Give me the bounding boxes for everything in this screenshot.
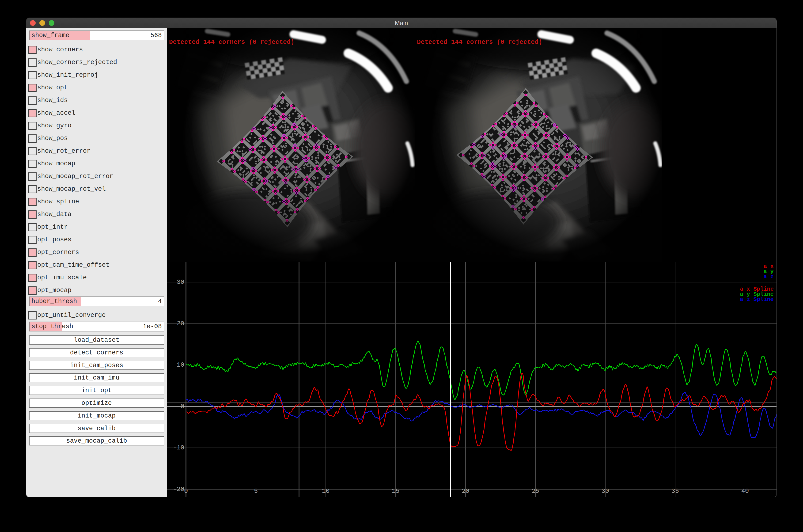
svg-text:35: 35: [671, 488, 679, 495]
svg-text:30: 30: [177, 279, 184, 286]
svg-text:0: 0: [184, 488, 188, 495]
svg-text:15: 15: [392, 488, 399, 495]
svg-text:10: 10: [322, 488, 329, 495]
svg-text:20: 20: [177, 320, 184, 327]
svg-text:Detected 144 corners (0 reject: Detected 144 corners (0 rejected): [169, 39, 294, 46]
svg-text:40: 40: [741, 488, 749, 495]
svg-text:-20: -20: [173, 486, 184, 493]
svg-text:30: 30: [601, 488, 609, 495]
svg-text:25: 25: [532, 488, 539, 495]
svg-text:5: 5: [254, 488, 258, 495]
svg-text:a z: a z: [764, 273, 774, 280]
svg-text:10: 10: [177, 361, 184, 368]
svg-text:-10: -10: [173, 444, 184, 451]
svg-text:20: 20: [462, 488, 469, 495]
svg-text:a z Spline: a z Spline: [740, 296, 774, 303]
svg-text:Detected 144 corners (0 reject: Detected 144 corners (0 rejected): [417, 39, 542, 46]
